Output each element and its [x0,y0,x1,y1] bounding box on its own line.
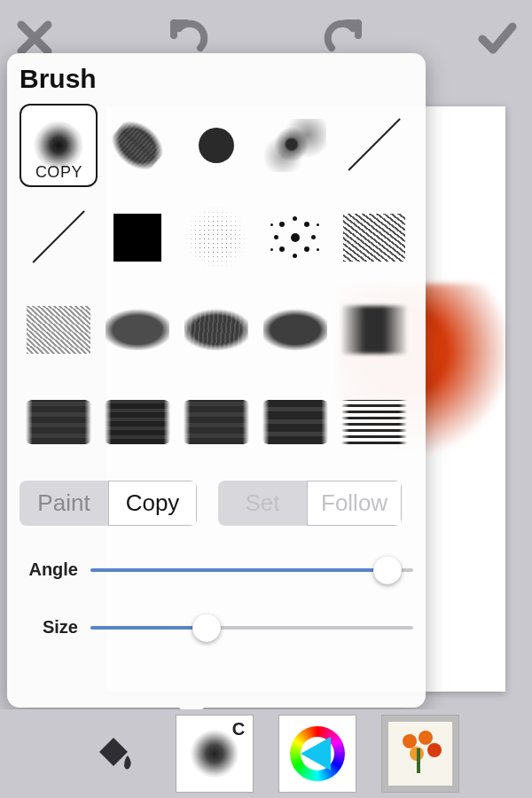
size-label: Size [20,617,78,638]
brush-preview-icon [343,214,405,262]
brush-preview-icon [263,306,327,354]
brush-oil-2[interactable] [98,380,176,464]
angle-label: Angle [20,559,78,580]
brush-preview-icon [184,206,248,270]
brush-preview-icon [106,306,169,354]
brush-preview-icon [113,214,161,262]
angle-slider-fill [90,568,387,572]
brush-preview-icon [105,400,170,444]
source-follow-button[interactable]: Follow [307,481,402,526]
angle-slider[interactable] [90,568,413,572]
brush-preview-icon [264,119,326,172]
tool-fill[interactable] [73,715,151,793]
angle-slider-thumb[interactable] [373,556,402,584]
color-wheel-icon [290,726,345,781]
brush-preview-icon [269,211,322,264]
brush-scribble[interactable] [335,196,413,279]
brush-charcoal-3[interactable] [256,288,334,372]
brush-rough-stroke[interactable] [98,104,176,187]
brush-preview-icon [199,128,234,163]
tool-color[interactable] [278,715,356,793]
brush-soft-round[interactable]: COPY [20,104,98,187]
brush-popover: Brush COPY [7,53,426,708]
tool-brush[interactable]: C [176,715,254,793]
brush-preview-icon [342,306,406,354]
brush-smudge[interactable] [335,288,413,372]
brush-preview-icon [262,400,328,444]
size-slider-thumb[interactable] [192,614,221,642]
brush-splatter[interactable] [256,104,334,187]
bucket-icon [87,729,137,778]
brush-charcoal-1[interactable] [98,288,176,372]
brush-preview-icon [184,306,248,354]
brush-spray[interactable] [177,196,255,279]
tool-image[interactable] [381,715,459,793]
mode-paint-button[interactable]: Paint [20,481,108,526]
brush-preview-icon [184,400,249,444]
confirm-button[interactable] [475,16,520,60]
brush-preview-icon [343,114,405,176]
brush-line-hatch[interactable] [335,380,413,464]
size-slider[interactable] [90,626,413,630]
check-icon [475,16,520,60]
brush-oil-3[interactable] [177,380,255,464]
source-segmented-control: Set Follow [218,481,402,526]
brush-selected-label: COPY [35,163,82,182]
tool-brush-badge: C [232,719,245,739]
brush-charcoal-2[interactable] [177,288,255,372]
brush-thin-line-1[interactable] [335,104,413,187]
popover-title: Brush [20,64,413,94]
brush-square[interactable] [98,196,176,279]
image-thumb-icon [388,722,452,786]
source-set-button[interactable]: Set [218,481,307,526]
brush-oil-1[interactable] [20,380,98,464]
brush-preview-icon [27,306,90,354]
brush-pencil-hatch[interactable] [20,288,98,372]
brush-preview-icon [341,400,407,444]
brush-oil-4[interactable] [256,380,334,464]
brush-preview-icon [103,111,173,180]
mode-segmented-control: Paint Copy [20,481,197,526]
brush-grid: COPY [20,99,413,468]
size-slider-fill [90,626,207,630]
brush-thin-line-2[interactable] [20,196,98,279]
bottom-toolbar: C [0,709,532,798]
brush-preview-icon [26,400,91,444]
brush-preview-icon [27,207,90,269]
brush-dot-cluster[interactable] [256,196,334,279]
mode-copy-button[interactable]: Copy [108,481,197,526]
brush-hard-round[interactable] [177,104,255,187]
